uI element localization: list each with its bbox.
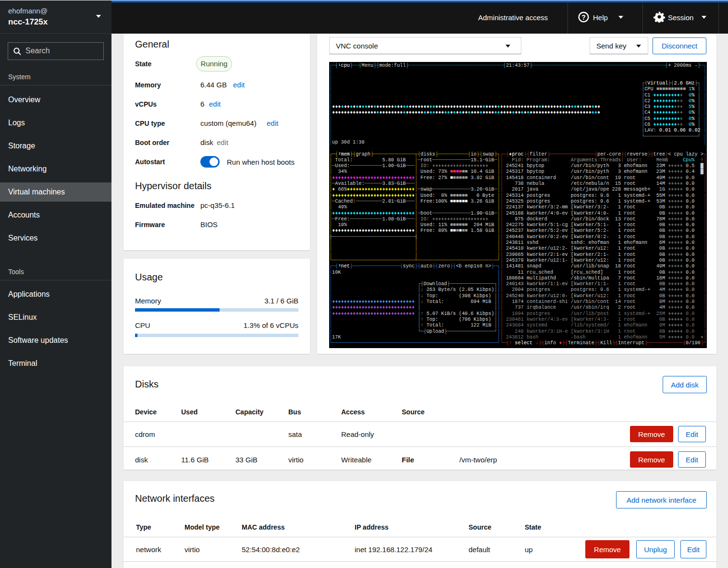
svg-text:?: ? — [581, 13, 586, 21]
